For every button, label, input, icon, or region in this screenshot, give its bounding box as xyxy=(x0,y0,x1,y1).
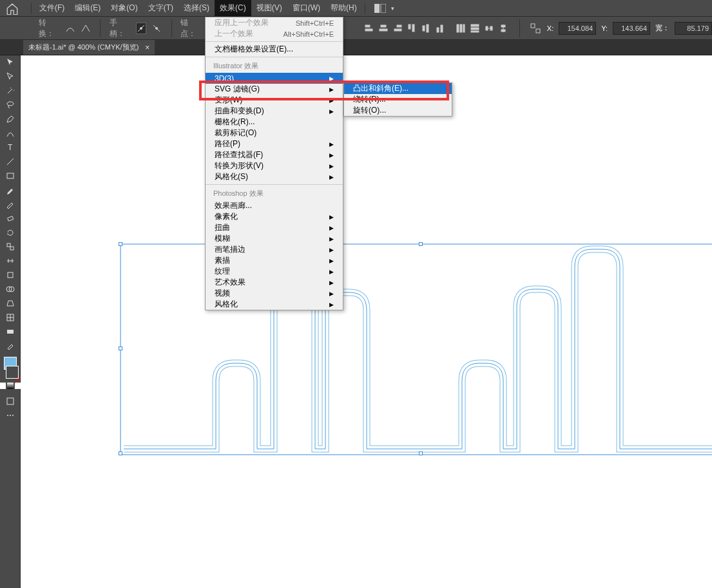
menu-item[interactable]: 画笔描边▶ xyxy=(206,244,343,255)
menu-item[interactable]: 纹理▶ xyxy=(206,266,343,277)
menu-select[interactable]: 选择(S) xyxy=(178,0,215,16)
selection-handle[interactable] xyxy=(119,451,122,455)
eyedropper-tool[interactable] xyxy=(2,339,19,353)
screen-mode-tool[interactable] xyxy=(2,394,19,408)
menu-item[interactable]: 模糊▶ xyxy=(206,233,343,244)
rotate-tool[interactable] xyxy=(2,225,19,240)
align-left-icon[interactable] xyxy=(362,21,376,35)
menu-object[interactable]: 对象(O) xyxy=(106,0,142,16)
workspace-switcher[interactable]: ▾ xyxy=(374,4,394,13)
canvas[interactable] xyxy=(21,55,712,588)
direct-selection-tool[interactable] xyxy=(2,70,19,84)
menu-item[interactable]: 风格化(S)▶ xyxy=(206,171,343,182)
menu-item[interactable]: 应用上一个效果Shift+Ctrl+E xyxy=(206,17,343,28)
menu-effect[interactable]: 效果(C) xyxy=(215,0,251,16)
rectangle-tool[interactable] xyxy=(2,169,19,183)
magic-wand-tool[interactable] xyxy=(2,84,19,98)
menu-item[interactable]: 素描▶ xyxy=(206,255,343,266)
dist-2-icon[interactable] xyxy=(468,21,482,35)
selection-handle[interactable] xyxy=(419,451,423,455)
dist-4-icon[interactable] xyxy=(496,21,510,35)
color-swatches[interactable] xyxy=(0,357,20,389)
menu-item[interactable]: SVG 滤镜(G)▶ xyxy=(206,84,343,95)
menu-help[interactable]: 帮助(H) xyxy=(325,0,362,16)
menu-file[interactable]: 文件(F) xyxy=(34,0,70,16)
curvature-tool[interactable] xyxy=(2,126,19,140)
menu-item[interactable]: 绕转(R)... xyxy=(344,94,452,105)
svg-rect-1 xyxy=(381,4,386,13)
menu-item[interactable]: 旋转(O)... xyxy=(344,105,452,116)
close-icon[interactable]: × xyxy=(145,43,149,52)
menu-edit[interactable]: 编辑(E) xyxy=(70,0,106,16)
submenu-arrow-icon: ▶ xyxy=(329,258,334,264)
svg-rect-8 xyxy=(397,25,401,27)
lasso-tool[interactable] xyxy=(2,98,19,112)
shape-builder-tool[interactable] xyxy=(2,282,19,296)
document-tab[interactable]: 未标题-1.ai* @ 400% (CMYK/预览) × xyxy=(23,40,155,55)
selection-handle[interactable] xyxy=(419,242,423,246)
eraser-tool[interactable] xyxy=(2,211,19,225)
pen-tool[interactable] xyxy=(2,112,19,126)
pencil-tool[interactable] xyxy=(2,197,19,211)
convert-corner-icon[interactable] xyxy=(81,23,91,34)
menu-item[interactable]: 凸出和斜角(E)... xyxy=(344,83,452,94)
menu-type[interactable]: 文字(T) xyxy=(143,0,178,16)
swatch-none-icon[interactable] xyxy=(15,383,21,389)
align-center-h-icon[interactable] xyxy=(376,21,390,35)
menu-item[interactable]: 效果画廊... xyxy=(206,200,343,211)
menu-item[interactable]: 文档栅格效果设置(E)... xyxy=(206,44,343,55)
menu-item[interactable]: 路径查找器(F)▶ xyxy=(206,149,343,160)
stroke-swatch[interactable] xyxy=(6,366,19,379)
menu-item[interactable]: 裁剪标记(O) xyxy=(206,128,343,138)
selection-tool[interactable] xyxy=(2,55,19,70)
type-tool[interactable]: T xyxy=(2,140,19,155)
width-tool[interactable] xyxy=(2,254,19,268)
svg-rect-15 xyxy=(441,25,443,32)
scale-tool[interactable] xyxy=(2,240,19,254)
perspective-tool[interactable] xyxy=(2,296,19,310)
selection-handle[interactable] xyxy=(119,242,122,246)
gradient-tool[interactable] xyxy=(2,325,19,339)
home-icon[interactable] xyxy=(5,3,19,14)
menu-item[interactable]: 上一个效果Alt+Shift+Ctrl+E xyxy=(206,28,343,39)
dist-3-icon[interactable] xyxy=(482,21,496,35)
submenu-arrow-icon: ▶ xyxy=(329,152,334,158)
align-top-icon[interactable] xyxy=(405,21,419,35)
x-input[interactable] xyxy=(559,22,596,35)
svg-rect-28 xyxy=(531,24,535,28)
align-bottom-icon[interactable] xyxy=(433,21,447,35)
menu-item[interactable]: 变形(W)▶ xyxy=(206,95,343,106)
menu-item[interactable]: 风格化▶ xyxy=(206,299,343,310)
selection-handle[interactable] xyxy=(119,346,122,350)
menu-item[interactable]: 扭曲和变换(D)▶ xyxy=(206,106,343,117)
free-transform-tool[interactable] xyxy=(2,268,19,282)
menu-item[interactable]: 转换为形状(V)▶ xyxy=(206,160,343,171)
swatch-gradient-icon[interactable] xyxy=(7,383,14,389)
handle-2-icon[interactable] xyxy=(151,23,162,34)
menu-item[interactable]: 艺术效果▶ xyxy=(206,277,343,288)
menu-window[interactable]: 窗口(W) xyxy=(287,0,325,16)
menu-item[interactable]: 扭曲▶ xyxy=(206,222,343,233)
swatch-modes[interactable] xyxy=(0,383,21,389)
w-input[interactable] xyxy=(675,22,712,35)
convert-smooth-icon[interactable] xyxy=(65,23,75,34)
menu-item[interactable]: 视频▶ xyxy=(206,288,343,299)
handle-1-icon[interactable] xyxy=(136,23,147,34)
edit-toolbar-tool[interactable] xyxy=(2,408,19,422)
menu-item[interactable]: 路径(P)▶ xyxy=(206,138,343,149)
mesh-tool[interactable] xyxy=(2,310,19,325)
y-input[interactable] xyxy=(613,22,650,35)
svg-rect-14 xyxy=(437,28,439,32)
align-center-v-icon[interactable] xyxy=(419,21,433,35)
transform-img-icon[interactable] xyxy=(529,21,542,35)
menu-item[interactable]: 栅格化(R)... xyxy=(206,117,343,128)
menu-view[interactable]: 视图(V) xyxy=(251,0,287,16)
menu-item[interactable]: 像素化▶ xyxy=(206,211,343,222)
menu-separator xyxy=(206,57,343,57)
swatch-color-icon[interactable] xyxy=(0,383,6,389)
align-right-icon[interactable] xyxy=(390,21,405,35)
dist-1-icon[interactable] xyxy=(454,21,468,35)
paintbrush-tool[interactable] xyxy=(2,183,19,197)
line-tool[interactable] xyxy=(2,155,19,169)
menu-item[interactable]: 3D(3)▶ xyxy=(206,73,343,84)
